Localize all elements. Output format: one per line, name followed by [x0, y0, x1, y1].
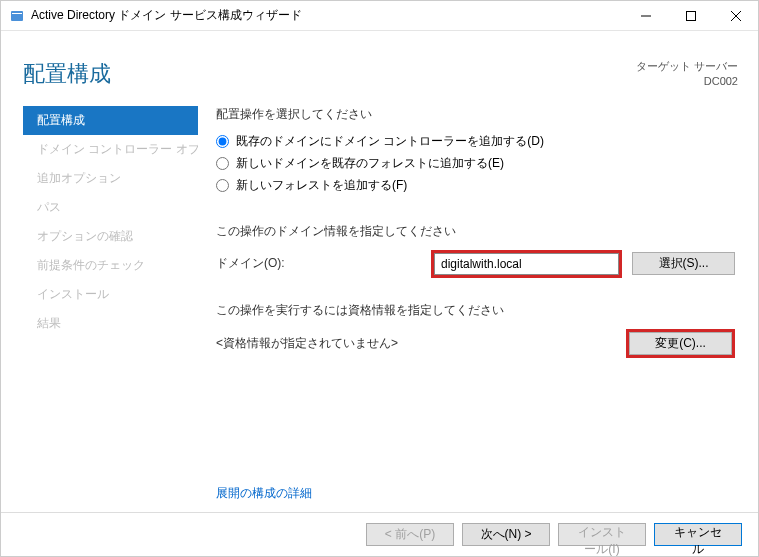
sidebar-item-4[interactable]: オプションの確認: [23, 222, 198, 251]
radio-new-forest[interactable]: 新しいフォレストを追加する(F): [216, 177, 738, 194]
next-button[interactable]: 次へ(N) >: [462, 523, 550, 546]
more-details-link[interactable]: 展開の構成の詳細: [216, 485, 312, 502]
radio-add-dc-label: 既存のドメインにドメイン コントローラーを追加する(D): [236, 133, 544, 150]
domain-field-label: ドメイン(O):: [216, 255, 421, 272]
radio-add-dc[interactable]: 既存のドメインにドメイン コントローラーを追加する(D): [216, 133, 738, 150]
footer: < 前へ(P) 次へ(N) > インストール(I) キャンセル: [1, 512, 758, 556]
window-title: Active Directory ドメイン サービス構成ウィザード: [31, 7, 623, 24]
install-button[interactable]: インストール(I): [558, 523, 646, 546]
page-title: 配置構成: [23, 59, 111, 89]
radio-add-dc-input[interactable]: [216, 135, 229, 148]
radio-new-forest-label: 新しいフォレストを追加する(F): [236, 177, 407, 194]
header: 配置構成 ターゲット サーバー DC002: [1, 31, 758, 106]
sidebar-item-7[interactable]: 結果: [23, 309, 198, 338]
svg-rect-1: [12, 13, 22, 14]
domain-info-label: この操作のドメイン情報を指定してください: [216, 223, 738, 240]
credential-status: <資格情報が指定されていません>: [216, 335, 616, 352]
radio-new-domain[interactable]: 新しいドメインを既存のフォレストに追加する(E): [216, 155, 738, 172]
select-button[interactable]: 選択(S)...: [632, 252, 735, 275]
radio-new-domain-label: 新しいドメインを既存のフォレストに追加する(E): [236, 155, 504, 172]
select-operation-label: 配置操作を選択してください: [216, 106, 738, 123]
app-icon: [9, 8, 25, 24]
sidebar-item-5[interactable]: 前提条件のチェック: [23, 251, 198, 280]
sidebar-item-2[interactable]: 追加オプション: [23, 164, 198, 193]
radio-new-domain-input[interactable]: [216, 157, 229, 170]
maximize-button[interactable]: [668, 1, 713, 30]
sidebar-item-0[interactable]: 配置構成: [23, 106, 198, 135]
credential-label: この操作を実行するには資格情報を指定してください: [216, 302, 738, 319]
target-server-name: DC002: [636, 74, 738, 89]
prev-button[interactable]: < 前へ(P): [366, 523, 454, 546]
radio-new-forest-input[interactable]: [216, 179, 229, 192]
domain-input[interactable]: [434, 253, 619, 275]
sidebar-item-6[interactable]: インストール: [23, 280, 198, 309]
sidebar: 配置構成ドメイン コントローラー オプシ...追加オプションパスオプションの確認…: [23, 106, 198, 512]
titlebar: Active Directory ドメイン サービス構成ウィザード: [1, 1, 758, 31]
sidebar-item-1[interactable]: ドメイン コントローラー オプシ...: [23, 135, 198, 164]
target-server-label: ターゲット サーバー: [636, 59, 738, 74]
cancel-button[interactable]: キャンセル: [654, 523, 742, 546]
change-button-highlight: 変更(C)...: [626, 329, 735, 358]
target-server-info: ターゲット サーバー DC002: [636, 59, 738, 90]
domain-input-highlight: [431, 250, 622, 278]
svg-rect-0: [11, 11, 23, 21]
change-button[interactable]: 変更(C)...: [629, 332, 732, 355]
minimize-button[interactable]: [623, 1, 668, 30]
close-button[interactable]: [713, 1, 758, 30]
svg-rect-3: [686, 11, 695, 20]
body-pane: 配置操作を選択してください 既存のドメインにドメイン コントローラーを追加する(…: [198, 106, 738, 512]
window-controls: [623, 1, 758, 30]
sidebar-item-3[interactable]: パス: [23, 193, 198, 222]
